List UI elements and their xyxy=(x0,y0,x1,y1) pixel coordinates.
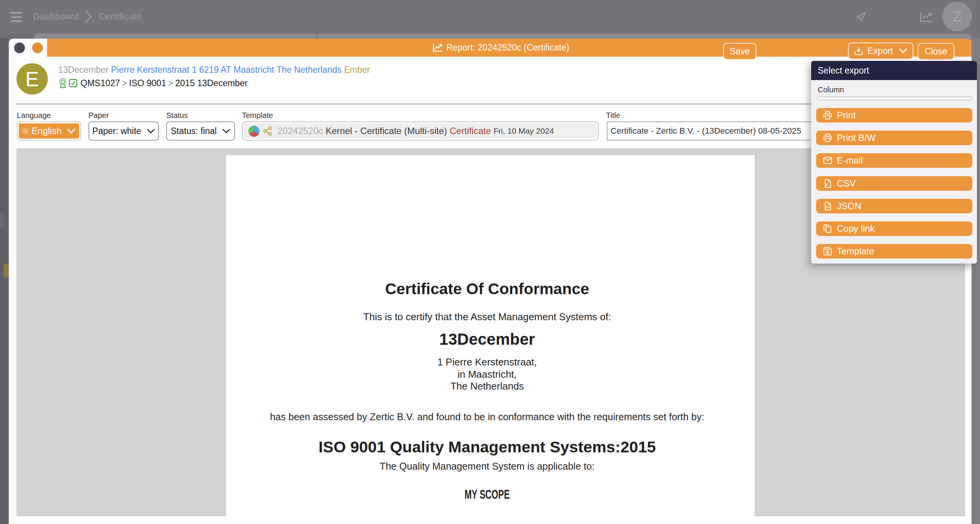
svg-text:文: 文 xyxy=(26,130,28,133)
svg-text:x: x xyxy=(826,182,828,187)
svg-text:</>: </> xyxy=(825,205,830,209)
